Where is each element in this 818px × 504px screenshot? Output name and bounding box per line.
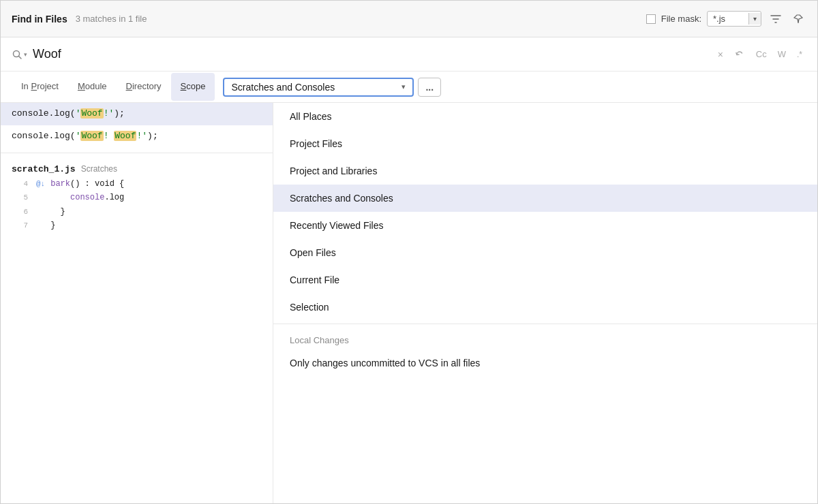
code-line: 7 @↓ } bbox=[12, 219, 273, 232]
main-content: console.log('Woof!'); console.log('Woof!… bbox=[1, 103, 817, 503]
dropdown-item-open-files[interactable]: Open Files bbox=[273, 239, 817, 266]
search-actions: × Cc W .* bbox=[714, 46, 806, 63]
dropdown-divider bbox=[273, 324, 817, 324]
scope-more-button[interactable]: ... bbox=[418, 78, 441, 97]
scope-dropdown-selected: Scratches and Consoles bbox=[231, 82, 396, 93]
regex-button[interactable]: .* bbox=[793, 47, 806, 62]
scope-tabs-row: In Project Module Directory Scope Scratc… bbox=[1, 72, 817, 103]
search-icon-button[interactable]: ▾ bbox=[12, 49, 27, 60]
file-mask-checkbox[interactable] bbox=[646, 14, 656, 24]
dropdown-item-current-file[interactable]: Current File bbox=[273, 266, 817, 294]
code-line: 6 @↓ } bbox=[12, 205, 273, 219]
file-name: scratch_1.js bbox=[12, 164, 76, 174]
undo-search-button[interactable] bbox=[730, 46, 749, 63]
scope-dropdown-panel: All Places Project Files Project and Lib… bbox=[273, 103, 817, 503]
scope-dropdown[interactable]: Scratches and Consoles ▾ bbox=[223, 78, 414, 97]
code-line: 4 @↓ bark() : void { bbox=[12, 177, 273, 191]
matches-info: 3 matches in 1 file bbox=[76, 14, 147, 24]
results-panel: console.log('Woof!'); console.log('Woof!… bbox=[1, 103, 273, 503]
svg-line-1 bbox=[19, 56, 22, 59]
divider bbox=[1, 153, 273, 153]
dropdown-item-selection[interactable]: Selection bbox=[273, 294, 817, 321]
file-mask-area: File mask: ▾ bbox=[646, 10, 806, 28]
panel-title: Find in Files bbox=[12, 14, 67, 25]
tab-directory[interactable]: Directory bbox=[117, 73, 171, 101]
code-line: 5 @↓ console.log bbox=[12, 191, 273, 204]
dropdown-section-label: Local Changes bbox=[273, 327, 817, 349]
file-mask-dropdown-button[interactable]: ▾ bbox=[748, 13, 761, 25]
find-in-files-panel: Find in Files 3 matches in 1 file File m… bbox=[0, 0, 818, 504]
header: Find in Files 3 matches in 1 file File m… bbox=[1, 1, 817, 37]
pin-icon[interactable] bbox=[790, 11, 806, 27]
list-item[interactable]: console.log('Woof! Woof!'); bbox=[1, 125, 273, 148]
dropdown-item-vcs-changes[interactable]: Only changes uncommitted to VCS in all f… bbox=[273, 349, 817, 377]
file-location: Scratches bbox=[81, 164, 117, 174]
line-number: 7 bbox=[12, 219, 28, 232]
dropdown-item-project-libraries[interactable]: Project and Libraries bbox=[273, 157, 817, 185]
tab-in-project[interactable]: In Project bbox=[12, 73, 68, 101]
code-block: 4 @↓ bark() : void { 5 @↓ console.log bbox=[1, 177, 273, 238]
dropdown-item-project-files[interactable]: Project Files bbox=[273, 130, 817, 157]
tab-scope[interactable]: Scope bbox=[171, 73, 215, 101]
gutter-icon: @↓ bbox=[36, 178, 45, 191]
list-item[interactable]: console.log('Woof!'); bbox=[1, 103, 273, 125]
line-number: 6 bbox=[12, 206, 28, 219]
file-info: scratch_1.js Scratches bbox=[1, 159, 273, 177]
tab-module[interactable]: Module bbox=[68, 73, 117, 101]
file-mask-input[interactable] bbox=[708, 12, 748, 26]
chevron-down-icon: ▾ bbox=[402, 82, 406, 91]
dropdown-list: All Places Project Files Project and Lib… bbox=[273, 103, 817, 503]
search-input[interactable] bbox=[33, 47, 708, 61]
dropdown-item-all-places[interactable]: All Places bbox=[273, 103, 817, 130]
file-mask-input-wrapper: ▾ bbox=[707, 11, 761, 27]
line-number: 5 bbox=[12, 191, 28, 204]
dropdown-item-recently-viewed[interactable]: Recently Viewed Files bbox=[273, 212, 817, 239]
case-sensitive-button[interactable]: Cc bbox=[752, 46, 771, 62]
search-row: ▾ × Cc W .* bbox=[1, 37, 817, 72]
dropdown-item-scratches-consoles[interactable]: Scratches and Consoles bbox=[273, 185, 817, 212]
scope-dropdown-wrapper: Scratches and Consoles ▾ ... bbox=[223, 78, 441, 97]
whole-word-button[interactable]: W bbox=[774, 46, 790, 62]
line-number: 4 bbox=[12, 178, 28, 191]
clear-search-button[interactable]: × bbox=[714, 46, 727, 63]
file-mask-label: File mask: bbox=[661, 14, 701, 24]
filter-icon[interactable] bbox=[767, 10, 785, 28]
results-list: console.log('Woof!'); console.log('Woof!… bbox=[1, 103, 273, 503]
